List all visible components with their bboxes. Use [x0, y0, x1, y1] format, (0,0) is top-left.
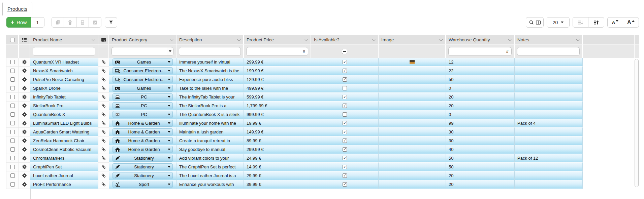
image-cell[interactable] [379, 75, 446, 84]
product-name-cell[interactable]: InfinityTab Tablet [30, 93, 98, 102]
notes-cell[interactable] [515, 110, 583, 119]
product-name-cell[interactable]: GraphiPen Set [30, 163, 98, 171]
warehouse-quantity-cell[interactable]: 20 [446, 171, 515, 180]
notes-cell[interactable] [515, 58, 583, 67]
chevron-down-icon[interactable] [440, 38, 443, 41]
row-checkbox[interactable] [10, 156, 15, 160]
description-cell[interactable]: The QuantumBook X is a sleek [176, 110, 244, 119]
product-price-cell[interactable]: 299.99 € [244, 58, 311, 67]
chevron-down-icon[interactable] [237, 38, 241, 41]
is-available-checkbox[interactable] [343, 77, 347, 82]
search-columns-button[interactable] [526, 17, 544, 28]
image-cell[interactable] [379, 171, 446, 180]
header-warehouse-quantity[interactable]: Warehouse Quantity [446, 35, 515, 45]
gear-icon[interactable] [22, 164, 27, 169]
is-available-checkbox[interactable] [343, 121, 347, 125]
header-product-price[interactable]: Product Price [244, 35, 311, 45]
copy-rows-button[interactable] [52, 17, 64, 28]
notes-cell[interactable] [515, 180, 583, 189]
notes-cell[interactable] [515, 84, 583, 93]
product-price-cell[interactable]: 199.99 € [244, 67, 311, 75]
is-available-checkbox[interactable] [343, 86, 347, 90]
notes-cell[interactable] [515, 145, 583, 154]
description-cell[interactable]: Maintain a lush garden [176, 128, 244, 136]
tab-products-link[interactable]: Products [7, 6, 27, 12]
product-price-filter-input[interactable] [246, 47, 308, 56]
is-available-checkbox[interactable] [343, 69, 347, 73]
gear-icon[interactable] [22, 173, 27, 178]
notes-cell[interactable] [515, 136, 583, 145]
row-checkbox[interactable] [10, 165, 15, 169]
chevron-down-icon[interactable] [508, 38, 512, 41]
link-icon[interactable] [101, 59, 106, 65]
link-icon[interactable] [101, 77, 106, 82]
chevron-down-icon[interactable] [305, 38, 308, 41]
description-cell[interactable]: Create a tranquil retreat in [176, 136, 244, 145]
description-cell[interactable]: Enhance your workouts with [176, 180, 244, 189]
is-available-checkbox[interactable] [343, 130, 347, 134]
notes-cell[interactable] [515, 93, 583, 102]
chevron-down-icon[interactable] [92, 38, 95, 41]
product-category-filter-input[interactable] [111, 47, 167, 56]
sort-descending-button[interactable] [573, 17, 588, 28]
warehouse-quantity-cell[interactable]: 50 [446, 163, 515, 171]
sort-ascending-button[interactable] [588, 17, 604, 28]
product-name-cell[interactable]: QuantumX VR Headset [30, 58, 98, 67]
header-product-category[interactable]: Product Category [109, 35, 176, 45]
image-cell[interactable] [379, 110, 446, 119]
description-cell[interactable]: Illuminate your home with the [176, 119, 244, 128]
product-name-filter-input[interactable] [33, 47, 95, 56]
row-checkbox[interactable] [10, 173, 15, 178]
row-checkbox[interactable] [10, 130, 15, 134]
notes-cell[interactable] [515, 102, 583, 110]
row-count-input[interactable] [31, 17, 44, 28]
warehouse-quantity-filter-input[interactable] [448, 47, 512, 56]
link-icon[interactable] [101, 68, 106, 73]
link-icon[interactable] [101, 129, 106, 134]
is-available-checkbox[interactable] [343, 95, 347, 99]
category-dropdown-button[interactable]: Sport [112, 181, 173, 188]
warehouse-quantity-cell[interactable]: 30 [446, 128, 515, 136]
category-dropdown-button[interactable]: Home & Garden [112, 120, 173, 127]
row-checkbox[interactable] [10, 138, 15, 143]
filter-button[interactable] [105, 17, 117, 28]
chevron-down-icon[interactable] [576, 38, 580, 41]
warehouse-quantity-cell[interactable]: 20 [446, 180, 515, 189]
header-is-available[interactable]: Is Available? [311, 35, 379, 45]
row-checkbox[interactable] [10, 121, 15, 125]
description-cell[interactable]: The LuxeLeather Journal is a [176, 171, 244, 180]
notes-cell[interactable] [515, 75, 583, 84]
is-available-checkbox[interactable] [343, 182, 347, 187]
product-price-cell[interactable]: 599.99 € [244, 93, 311, 102]
gear-icon[interactable] [22, 138, 27, 143]
warehouse-quantity-cell[interactable]: 20 [446, 102, 515, 110]
image-cell[interactable] [379, 67, 446, 75]
category-dropdown-button[interactable]: PC [112, 93, 173, 101]
category-dropdown-button[interactable]: Home & Garden [112, 146, 173, 153]
row-checkbox[interactable] [10, 112, 15, 117]
link-icon[interactable] [101, 156, 106, 161]
header-row-options[interactable] [19, 35, 30, 45]
tab-products[interactable]: Products [2, 2, 32, 15]
product-name-cell[interactable]: LuxeLeather Journal [30, 171, 98, 180]
link-icon[interactable] [101, 86, 106, 91]
row-checkbox[interactable] [10, 147, 15, 152]
header-select-all[interactable] [6, 35, 19, 45]
header-record-link[interactable] [98, 35, 109, 45]
product-name-cell[interactable]: SparkX Drone [30, 84, 98, 93]
category-dropdown-button[interactable]: Consumer Electron... [112, 67, 173, 74]
product-price-cell[interactable]: 24.99 € [244, 154, 311, 163]
select-all-button[interactable] [89, 17, 101, 28]
header-description[interactable]: Description [176, 35, 244, 45]
gear-icon[interactable] [22, 156, 27, 161]
image-cell[interactable] [379, 180, 446, 189]
notes-cell[interactable] [515, 171, 583, 180]
product-price-cell[interactable]: 29.99 € [244, 171, 311, 180]
row-checkbox[interactable] [10, 60, 15, 64]
header-image[interactable]: Image [379, 35, 446, 45]
product-price-cell[interactable]: 299.99 € [244, 145, 311, 154]
font-size-decrease-button[interactable]: A [607, 17, 623, 28]
image-cell[interactable] [379, 58, 446, 67]
notes-filter-input[interactable] [517, 47, 580, 56]
row-checkbox[interactable] [10, 95, 15, 99]
